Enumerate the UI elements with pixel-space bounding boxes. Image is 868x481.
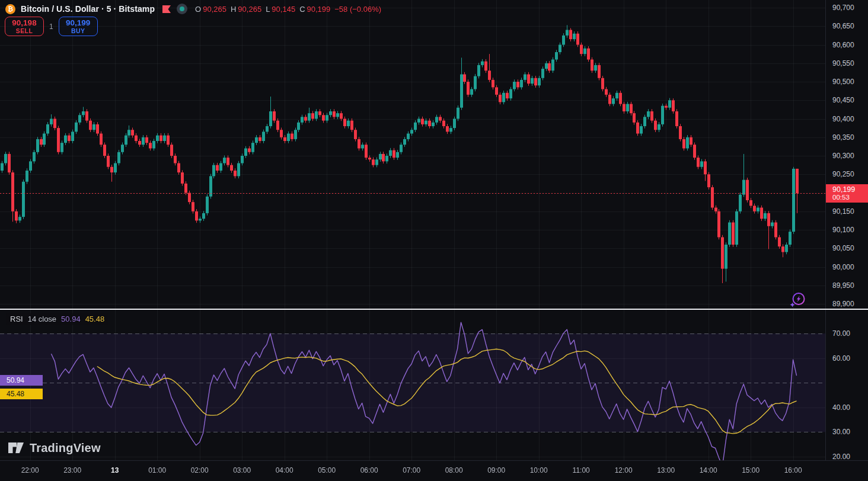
last-price-badge: 90,199 00:53	[826, 184, 868, 203]
rsi-axis-tick: 70.00	[826, 329, 868, 338]
time-axis-tick: 02:00	[191, 466, 209, 474]
price-axis-tick: 89,900	[826, 300, 868, 308]
price-axis-tick: 90,000	[826, 263, 868, 271]
price-axis-tick: 90,350	[826, 133, 868, 142]
low-label: L	[266, 5, 270, 14]
sell-button[interactable]: 90,198 SELL	[5, 17, 44, 36]
market-status-icon[interactable]	[177, 4, 187, 14]
price-axis-tick: 90,550	[826, 59, 868, 68]
time-axis-tick: 13:00	[657, 466, 675, 474]
price-axis-tick: 90,300	[826, 152, 868, 160]
time-axis-tick: 13	[111, 466, 119, 474]
time-axis-tick: 23:00	[63, 466, 81, 474]
price-axis[interactable]: 90,199 00:53 90,70090,65090,60090,55090,…	[825, 0, 868, 309]
sell-label: SELL	[16, 28, 33, 34]
rsi-indicator-title: RSI	[10, 315, 23, 323]
change-value: −58 (−0.06%)	[334, 5, 381, 14]
time-axis-tick: 05:00	[318, 466, 336, 474]
time-axis-tick: 14:00	[700, 466, 717, 474]
tradingview-logo-text: TradingView	[30, 441, 101, 455]
price-axis-tick: 90,650	[826, 22, 868, 30]
time-axis[interactable]: 22:0023:001301:0002:0003:0004:0005:0006:…	[0, 460, 868, 481]
time-axis-tick: 04:00	[276, 466, 293, 474]
time-axis-tick: 01:00	[148, 466, 166, 474]
low-value: 90,145	[272, 5, 295, 14]
time-axis-tick: 08:00	[445, 466, 463, 474]
buy-button[interactable]: 90,199 BUY	[59, 17, 98, 36]
close-value: 90,199	[307, 5, 331, 14]
rsi-axis[interactable]: 70.0060.0040.0030.0020.00	[825, 310, 868, 460]
high-label: H	[231, 5, 236, 14]
sell-price: 90,198	[12, 19, 36, 27]
buy-price: 90,199	[66, 19, 90, 27]
rsi-current-value: 50.94	[61, 315, 81, 323]
price-axis-tick: 90,150	[826, 207, 868, 216]
rsi-indicator-params: 14 close	[28, 315, 56, 323]
flag-icon[interactable]	[162, 5, 171, 13]
time-axis-tick: 10:00	[530, 466, 548, 474]
ohlc-readout: O 90,265 H 90,265 L 90,145 C 90,199 −58 …	[195, 5, 381, 14]
chart-root: ₿ Bitcoin / U.S. Dollar · 5 · Bitstamp O…	[0, 0, 868, 481]
tradingview-logo[interactable]: TradingView	[8, 441, 101, 455]
order-quantity[interactable]: 1	[49, 23, 53, 31]
price-axis-tick: 90,500	[826, 78, 868, 86]
high-value: 90,265	[238, 5, 261, 14]
rsi-ma-current-value: 45.48	[85, 315, 105, 323]
time-axis-tick: 16:00	[784, 466, 802, 474]
time-axis-tick: 03:00	[233, 466, 251, 474]
rsi-axis-tick: 20.00	[826, 453, 868, 461]
time-axis-tick: 12:00	[615, 466, 633, 474]
order-panel: 90,198 SELL 1 90,199 BUY	[5, 17, 98, 36]
price-axis-tick: 90,700	[826, 4, 868, 12]
time-axis-tick: 09:00	[487, 466, 505, 474]
rsi-axis-tick: 60.00	[826, 354, 868, 363]
close-label: C	[299, 5, 305, 14]
rsi-value-badge: 50.94	[0, 375, 43, 386]
price-pane[interactable]: ₿ Bitcoin / U.S. Dollar · 5 · Bitstamp O…	[0, 0, 825, 309]
time-axis-tick: 15:00	[742, 466, 760, 474]
price-axis-tick: 90,600	[826, 41, 868, 49]
open-value: 90,265	[203, 5, 226, 14]
rsi-pane[interactable]: RSI 14 close 50.94 45.48 TradingView	[0, 310, 825, 460]
candlestick-chart-canvas[interactable]	[0, 0, 825, 309]
rsi-ma-value-badge: 45.48	[0, 389, 43, 399]
lightning-trade-icon[interactable]	[789, 291, 807, 309]
rsi-axis-tick: 30.00	[826, 428, 868, 436]
rsi-chart-canvas[interactable]	[0, 310, 825, 460]
price-axis-tick: 90,250	[826, 170, 868, 178]
price-axis-tick: 90,100	[826, 226, 868, 234]
rsi-axis-tick: 40.00	[826, 403, 868, 412]
bitcoin-icon: ₿	[5, 4, 15, 14]
price-axis-tick: 90,400	[826, 115, 868, 123]
last-price: 90,199	[832, 185, 868, 194]
symbol-legend-row: ₿ Bitcoin / U.S. Dollar · 5 · Bitstamp O…	[5, 3, 381, 15]
time-axis-tick: 22:00	[21, 466, 39, 474]
symbol-title[interactable]: Bitcoin / U.S. Dollar · 5 · Bitstamp	[21, 4, 155, 14]
time-axis-tick: 06:00	[360, 466, 378, 474]
bar-countdown: 00:53	[832, 194, 868, 201]
price-axis-tick: 90,050	[826, 244, 868, 252]
price-axis-tick: 89,950	[826, 281, 868, 290]
time-axis-tick: 07:00	[403, 466, 420, 474]
time-axis-tick: 11:00	[573, 466, 590, 474]
open-label: O	[195, 5, 201, 14]
rsi-legend[interactable]: RSI 14 close 50.94 45.48	[6, 313, 108, 325]
price-axis-tick: 90,450	[826, 96, 868, 104]
buy-label: BUY	[71, 28, 85, 34]
tradingview-logo-mark	[8, 441, 24, 455]
